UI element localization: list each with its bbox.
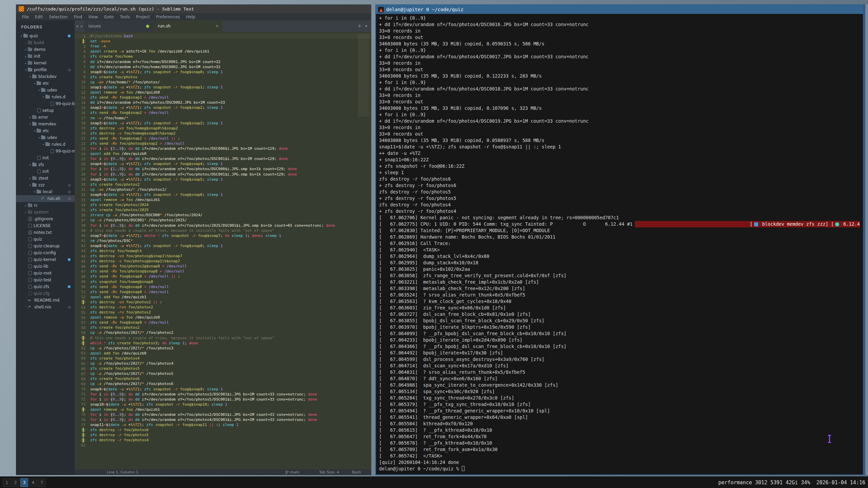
shell-prompt[interactable]: delan@jupiter 0 ~/code/quiz % — [379, 466, 860, 472]
workspace-button-1[interactable]: 1 — [3, 478, 11, 487]
sidebar-item-quiz.cfg[interactable]: quiz.cfg — [16, 290, 75, 297]
tab-issues[interactable]: issues — [84, 20, 153, 32]
chevron-down-icon[interactable]: ▾ — [24, 68, 28, 72]
sidebar-item-build[interactable]: ▸build — [16, 39, 75, 46]
sidebar-item-quiz-zfs[interactable]: quiz-zfs — [16, 283, 75, 290]
line-number: 33 — [75, 198, 90, 202]
chevron-right-icon[interactable]: ▸ — [24, 41, 28, 44]
workspace-button-4[interactable]: 4 — [29, 478, 37, 487]
workspace-button-2[interactable]: 2 — [12, 478, 20, 487]
sidebar-item-quiz-test[interactable]: quiz-test — [16, 277, 75, 283]
sidebar-item-.gitignore[interactable]: .gitignore — [16, 216, 75, 222]
menu-item-preferences[interactable]: Preferences — [153, 14, 183, 20]
workspace-button-3[interactable]: 3 — [20, 478, 28, 487]
sidebar-item-quiz-kernel[interactable]: quiz-kernel — [16, 256, 75, 263]
sidebar-item-etc[interactable]: ▾etc — [16, 127, 75, 134]
chevron-right-icon[interactable]: ▸ — [28, 177, 32, 180]
sidebar-item-blockdev[interactable]: ▾blockdev — [16, 73, 75, 80]
sidebar-item-init[interactable]: init — [16, 168, 75, 175]
terminal-output[interactable]: + for i in {0..9}+ dd if=/dev/urandom of… — [376, 14, 863, 474]
tab-run.sh[interactable]: run.sh× — [154, 20, 223, 32]
sidebar-item-LICENSE[interactable]: LICENSE — [16, 222, 75, 229]
tabbar: ◀ ▶ issuesrun.sh× + ▼ — [75, 20, 371, 32]
sidebar-item-setup[interactable]: setup — [16, 107, 75, 114]
code-line: 14dd if=/dev/urandom of=/foo/photos/DSC0… — [75, 100, 371, 105]
sidebar-item-udev[interactable]: ▾udev — [16, 134, 75, 141]
sidebar-item-quiz-root[interactable]: quiz-root — [16, 270, 75, 277]
code-editor[interactable]: 1#!/usr/bin/env bash2set -euvx3free -h4z… — [75, 32, 371, 469]
chevron-down-icon[interactable]: ▾ — [33, 82, 37, 85]
chevron-right-icon[interactable]: ▸ — [24, 211, 28, 214]
sidebar-item-rules.d[interactable]: ▾rules.d — [16, 94, 75, 100]
chevron-right-icon[interactable]: ▸ — [24, 48, 28, 51]
close-icon[interactable]: × — [215, 24, 219, 28]
chevron-right-icon[interactable]: ▸ — [28, 116, 32, 119]
sidebar-item-quiz[interactable]: quiz — [16, 236, 75, 243]
sidebar-item-etc[interactable]: ▾etc — [16, 80, 75, 87]
sidebar-item-README.md[interactable]: <>README.md — [16, 297, 75, 304]
chevron-down-icon[interactable]: ▾ — [41, 143, 45, 146]
minimap[interactable] — [358, 34, 369, 117]
menu-item-file[interactable]: File — [19, 14, 32, 20]
sidebar-item-notes.txt[interactable]: notes.txt — [16, 229, 75, 236]
new-tab-button[interactable]: + — [355, 23, 364, 29]
chevron-down-icon[interactable]: ▾ — [28, 163, 32, 166]
git-branch[interactable]: main — [285, 470, 299, 474]
menu-item-goto[interactable]: Goto — [101, 14, 117, 20]
sidebar-item-init[interactable]: init — [16, 155, 75, 161]
chevron-down-icon[interactable]: ▾ — [37, 89, 41, 92]
chevron-down-icon[interactable]: ▾ — [41, 96, 45, 99]
workspace-button-7[interactable]: 7 — [38, 478, 46, 487]
sidebar-item-quiz-lib[interactable]: quiz-lib — [16, 263, 75, 270]
chevron-down-icon[interactable]: ▾ — [28, 75, 32, 78]
tab-overflow-button[interactable]: ▼ — [364, 25, 371, 28]
sidebar-item-demo[interactable]: ▸demo — [16, 46, 75, 53]
chevron-right-icon[interactable]: ▸ — [24, 55, 28, 58]
menu-item-help[interactable]: Help — [183, 14, 198, 20]
sidebar-item-quiz-config[interactable]: quiz-config — [16, 249, 75, 256]
sidebar-item-99-quiz-blockc[interactable]: 99-quiz-blockc — [16, 100, 75, 107]
sidebar-item-profile[interactable]: ▾profile — [16, 66, 75, 73]
sidebar-item-init[interactable]: ▸init — [16, 53, 75, 60]
sidebar-item-quiz[interactable]: ▾quiz — [16, 33, 75, 39]
menu-item-view[interactable]: View — [85, 14, 100, 20]
folder-icon — [28, 48, 32, 51]
chevron-down-icon[interactable]: ▾ — [28, 123, 32, 126]
menu-item-selection[interactable]: Selection — [46, 14, 70, 20]
chevron-down-icon[interactable]: ▾ — [28, 184, 32, 187]
sidebar[interactable]: FOLDERS ▾quiz▸build▸demo▸init▸kernel▾pro… — [16, 20, 75, 475]
menu-item-tools[interactable]: Tools — [117, 14, 133, 20]
chevron-right-icon[interactable]: ▸ — [24, 204, 28, 207]
chevron-down-icon[interactable]: ▾ — [33, 129, 37, 133]
chevron-right-icon[interactable]: ▸ — [24, 62, 28, 65]
sidebar-item-ztest[interactable]: ▸ztest — [16, 175, 75, 182]
tab-scroll-right-icon[interactable]: ▶ — [79, 25, 84, 28]
sidebar-item-quiz-cleanup[interactable]: quiz-cleanup — [16, 243, 75, 249]
sidebar-item-run.sh[interactable]: /*run.sh — [16, 195, 75, 202]
terminal-line: [ 67.064831] ? srso_alias_return_thunk+0… — [379, 369, 860, 375]
sidebar-item-udev[interactable]: ▾udev — [16, 87, 75, 94]
tab-scroll-left-icon[interactable]: ◀ — [75, 25, 79, 28]
sublime-titlebar[interactable]: /cuffs/code/quiz/profile/zzz/local/run.s… — [16, 4, 371, 13]
modified-dot-icon — [68, 285, 71, 288]
sidebar-item-rules.d[interactable]: ▾rules.d — [16, 141, 75, 148]
menu-item-edit[interactable]: Edit — [32, 14, 45, 20]
chevron-down-icon[interactable]: ▾ — [33, 190, 37, 194]
sidebar-item-99-quiz-memd[interactable]: 99-quiz-memd — [16, 148, 75, 155]
sidebar-item-local[interactable]: ▾local — [16, 188, 75, 195]
chevron-down-icon[interactable]: ▾ — [19, 35, 23, 38]
sidebar-item-rc[interactable]: ▸rc — [16, 202, 75, 209]
sidebar-item-shell.nix[interactable]: /*shell.nix — [16, 304, 75, 310]
sidebar-item-zzz[interactable]: ▾zzz — [16, 182, 75, 188]
chevron-down-icon[interactable]: ▾ — [37, 136, 41, 139]
terminal-titlebar[interactable]: delan@jupiter 0 ~/code/quiz — [376, 5, 863, 14]
sidebar-item-error[interactable]: ▸error — [16, 114, 75, 121]
sidebar-item-memdev[interactable]: ▾memdev — [16, 121, 75, 127]
sidebar-item-zfs[interactable]: ▾zfs — [16, 161, 75, 168]
menu-item-find[interactable]: Find — [71, 14, 85, 20]
sidebar-item-kernel[interactable]: ▸kernel — [16, 60, 75, 66]
sidebar-item-system[interactable]: ▸system — [16, 209, 75, 216]
menu-item-project[interactable]: Project — [133, 14, 153, 20]
tab-size-setting[interactable]: Tab Size: 4 — [319, 470, 339, 474]
syntax-name[interactable]: Bash — [352, 470, 361, 474]
